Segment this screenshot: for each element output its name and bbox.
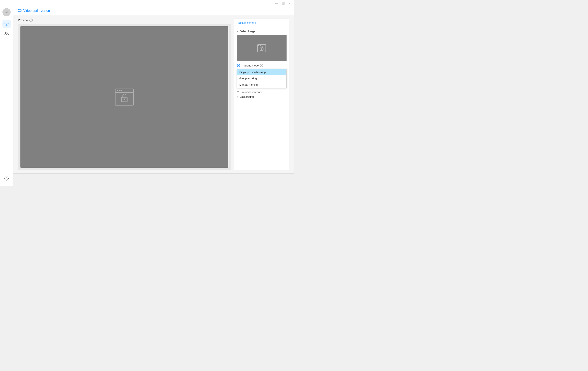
radio-inner xyxy=(238,65,239,66)
smart-appearance-row[interactable]: ▼ Smart Appearance xyxy=(237,90,286,94)
avatar[interactable] xyxy=(2,8,10,16)
tracking-mode-help-icon[interactable]: ? xyxy=(260,64,263,67)
svg-point-2 xyxy=(5,32,6,34)
background-label: Background xyxy=(240,95,254,98)
image-preview-box xyxy=(237,35,286,61)
maximize-button[interactable]: ⬜ xyxy=(280,1,286,5)
tracking-mode-dropdown: Single person tracking Group tracking Ma… xyxy=(237,69,286,88)
dropdown-list: Single person tracking Group tracking Ma… xyxy=(237,69,286,88)
preview-label: Preview xyxy=(18,19,28,22)
select-image-header[interactable]: ▼ Select image xyxy=(237,30,286,33)
app-body: Video optimization Preview ? xyxy=(0,7,294,186)
minimize-button[interactable]: — xyxy=(274,1,279,5)
main-area: Video optimization Preview ? xyxy=(13,7,294,186)
sidebar-item-video-optimization[interactable] xyxy=(2,20,10,28)
svg-rect-10 xyxy=(120,90,122,91)
dropdown-item-manual[interactable]: Manual framing xyxy=(237,81,286,88)
svg-point-0 xyxy=(6,11,7,12)
dropdown-item-single-person[interactable]: Single person tracking xyxy=(237,69,286,75)
select-image-label: Select image xyxy=(240,30,255,33)
background-arrow: ▶ xyxy=(237,96,238,98)
content-area: Preview ? xyxy=(13,15,294,173)
tracking-mode-radio[interactable] xyxy=(237,64,240,67)
svg-point-4 xyxy=(6,178,7,179)
select-image-arrow: ▼ xyxy=(237,30,239,32)
panel-tabs: Built-in camera xyxy=(234,19,289,27)
tracking-mode-label: Tracking mode xyxy=(241,64,259,67)
dropdown-item-group[interactable]: Group tracking xyxy=(237,75,286,81)
settings-button[interactable] xyxy=(2,174,10,182)
tab-built-in-camera[interactable]: Built-in camera xyxy=(237,19,258,27)
background-row[interactable]: ▶ Background xyxy=(237,95,286,98)
titlebar: — ⬜ ✕ xyxy=(0,0,294,7)
preview-help-icon[interactable]: ? xyxy=(29,19,33,22)
svg-rect-9 xyxy=(119,90,120,91)
sidebar xyxy=(0,7,13,186)
svg-rect-8 xyxy=(117,90,118,91)
right-panel: Built-in camera ▼ Select image xyxy=(234,19,289,170)
sidebar-item-share[interactable] xyxy=(2,29,10,38)
close-button[interactable]: ✕ xyxy=(287,1,293,5)
page-header: Video optimization xyxy=(13,7,294,15)
svg-rect-20 xyxy=(262,49,262,50)
preview-wrapper xyxy=(18,24,231,170)
svg-rect-16 xyxy=(258,45,259,46)
smart-appearance-label: Smart Appearance xyxy=(241,90,263,94)
svg-rect-5 xyxy=(18,9,21,12)
svg-point-1 xyxy=(6,23,7,24)
page-title: Video optimization xyxy=(23,9,50,13)
svg-rect-17 xyxy=(260,45,261,46)
smart-appearance-arrow: ▼ xyxy=(237,90,239,94)
preview-video xyxy=(21,26,228,168)
panel-body: ▼ Select image xyxy=(234,27,289,170)
preview-label-row: Preview ? xyxy=(18,19,231,22)
tracking-mode-row: Tracking mode ? xyxy=(237,64,286,67)
video-placeholder-icon xyxy=(114,88,135,106)
svg-rect-13 xyxy=(124,99,125,100)
bottom-strip xyxy=(13,173,294,186)
preview-section: Preview ? xyxy=(18,19,231,170)
header-icon xyxy=(18,9,22,13)
svg-point-3 xyxy=(7,32,8,33)
